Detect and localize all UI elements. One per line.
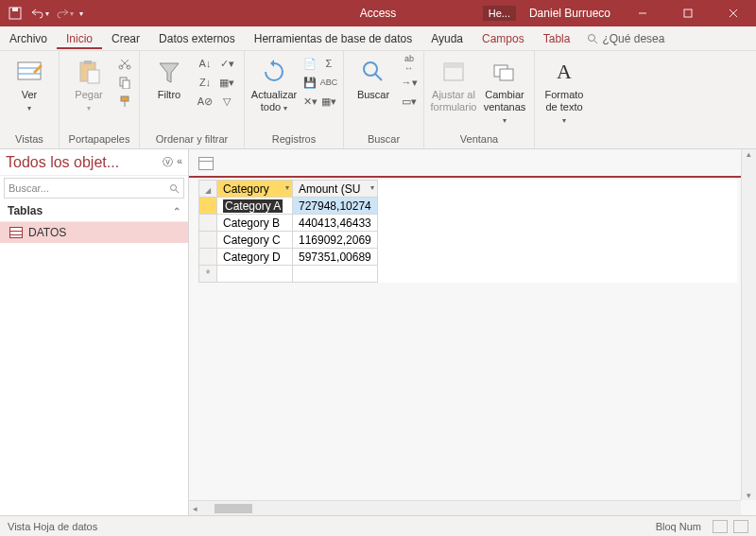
search-icon bbox=[169, 183, 180, 194]
accent-divider bbox=[189, 176, 741, 178]
svg-rect-13 bbox=[88, 70, 99, 83]
new-row-marker[interactable]: * bbox=[199, 266, 217, 283]
cell-amount[interactable]: 440413,46433 bbox=[293, 215, 378, 232]
group-label-views: Vistas bbox=[6, 131, 53, 147]
totals-icon[interactable]: Σ bbox=[320, 55, 337, 72]
title-bar: ▾ ▾ ▾ Access He... Daniel Burrueco bbox=[0, 0, 756, 26]
status-bar: Vista Hoja de datos Bloq Num bbox=[0, 515, 756, 536]
toggle-filter-icon[interactable]: ▽ bbox=[215, 93, 238, 110]
replace-icon[interactable]: ab↔ bbox=[401, 55, 418, 72]
select-icon[interactable]: ▭▾ bbox=[401, 93, 418, 110]
redo-icon[interactable]: ▾ bbox=[55, 4, 74, 23]
status-view-label: Vista Hoja de datos bbox=[8, 521, 97, 532]
ribbon-group-textformat: A Formato de texto ▾ bbox=[535, 51, 593, 148]
nav-dropdown-icon[interactable]: ⓥ bbox=[163, 155, 173, 169]
refresh-button[interactable]: Actualizar todo ▾ bbox=[250, 55, 298, 115]
view-button[interactable]: Ver▾ bbox=[6, 55, 53, 115]
horizontal-scrollbar[interactable]: ◂ bbox=[189, 500, 741, 515]
table-icon bbox=[9, 227, 23, 238]
data-table[interactable]: ◢ Category▾ Amount (SU▾ Category A 72794… bbox=[198, 180, 378, 283]
menu-create[interactable]: Crear bbox=[102, 28, 149, 49]
row-selector[interactable] bbox=[199, 215, 217, 232]
advanced-filter-icon[interactable]: ▦▾ bbox=[215, 74, 238, 91]
nav-item-label: DATOS bbox=[28, 226, 66, 239]
new-record-icon[interactable]: 📄 bbox=[301, 55, 318, 72]
menu-dbtools[interactable]: Herramientas de base de datos bbox=[245, 28, 421, 49]
fit-form-button[interactable]: Ajustar al formulario bbox=[430, 55, 477, 115]
undo-icon[interactable]: ▾ bbox=[30, 4, 49, 23]
nav-title[interactable]: Todos los objet... bbox=[6, 154, 163, 171]
datasheet-tab-icon[interactable] bbox=[198, 157, 214, 170]
spelling-icon[interactable]: ABC bbox=[320, 74, 337, 91]
column-header-amount[interactable]: Amount (SU▾ bbox=[293, 181, 378, 198]
tell-me-search[interactable]: ¿Qué desea bbox=[587, 32, 664, 45]
column-header-category[interactable]: Category▾ bbox=[217, 181, 293, 198]
fit-form-icon bbox=[438, 57, 469, 87]
find-button[interactable]: Buscar bbox=[350, 55, 397, 103]
ribbon-group-window: Ajustar al formulario Cambiar ventanas ▾… bbox=[424, 51, 535, 148]
menu-fields[interactable]: Campos bbox=[472, 28, 534, 49]
nav-section-tables[interactable]: Tablas ⌃ bbox=[0, 200, 188, 222]
more-records-icon[interactable]: ▦▾ bbox=[320, 93, 337, 110]
menu-external[interactable]: Datos externos bbox=[149, 28, 245, 49]
cut-icon[interactable] bbox=[116, 55, 133, 72]
cell-category[interactable]: Category D bbox=[217, 249, 293, 266]
paste-icon bbox=[74, 57, 104, 87]
switch-windows-button[interactable]: Cambiar ventanas ▾ bbox=[481, 55, 528, 129]
delete-record-icon[interactable]: ✕▾ bbox=[301, 93, 318, 110]
format-painter-icon[interactable] bbox=[116, 93, 133, 110]
menu-table[interactable]: Tabla bbox=[534, 28, 580, 49]
row-selector-header[interactable]: ◢ bbox=[199, 181, 217, 198]
paste-button[interactable]: Pegar▾ bbox=[65, 55, 112, 115]
row-selector[interactable] bbox=[199, 232, 217, 249]
row-selector[interactable] bbox=[199, 198, 217, 215]
cell-amount[interactable]: 597351,00689 bbox=[293, 249, 378, 266]
find-icon bbox=[358, 57, 388, 87]
cell-amount[interactable]: 1169092,2069 bbox=[293, 232, 378, 249]
row-selector[interactable] bbox=[199, 249, 217, 266]
menu-help[interactable]: Ayuda bbox=[421, 28, 472, 49]
search-icon bbox=[587, 33, 598, 44]
remove-sort-icon[interactable]: A⊘ bbox=[197, 93, 214, 110]
design-view-button[interactable] bbox=[733, 520, 748, 533]
group-label-clipboard: Portapapeles bbox=[65, 131, 133, 147]
minimize-button[interactable] bbox=[624, 0, 662, 26]
user-name[interactable]: Daniel Burrueco bbox=[524, 7, 616, 20]
refresh-icon bbox=[259, 57, 289, 87]
goto-icon[interactable]: →▾ bbox=[401, 74, 418, 91]
navigation-pane: Todos los objet... ⓥ « Buscar... Tablas … bbox=[0, 149, 189, 515]
text-format-button[interactable]: A Formato de texto ▾ bbox=[541, 55, 588, 129]
svg-rect-12 bbox=[84, 61, 92, 64]
content-area: ◢ Category▾ Amount (SU▾ Category A 72794… bbox=[189, 149, 756, 515]
save-record-icon[interactable]: 💾 bbox=[301, 74, 318, 91]
nav-search-input[interactable]: Buscar... bbox=[4, 178, 184, 199]
datasheet-view-button[interactable] bbox=[713, 520, 728, 533]
sort-desc-icon[interactable]: Z↓ bbox=[197, 74, 214, 91]
svg-rect-3 bbox=[684, 9, 692, 17]
selection-filter-icon[interactable]: ✓▾ bbox=[215, 55, 238, 72]
svg-line-27 bbox=[176, 190, 179, 193]
menu-file[interactable]: Archivo bbox=[0, 28, 57, 49]
filter-button[interactable]: Filtro bbox=[146, 55, 193, 103]
cell-category[interactable]: Category A bbox=[217, 198, 293, 215]
cell-category[interactable]: Category B bbox=[217, 215, 293, 232]
nav-collapse-icon[interactable]: « bbox=[177, 155, 182, 169]
group-label-records: Registros bbox=[250, 131, 337, 147]
cell-amount[interactable]: 727948,10274 bbox=[293, 198, 378, 215]
cell-category[interactable]: Category C bbox=[217, 232, 293, 249]
nav-item-datos[interactable]: DATOS bbox=[0, 222, 188, 243]
close-button[interactable] bbox=[714, 0, 752, 26]
title-badge[interactable]: He... bbox=[483, 6, 516, 21]
copy-icon[interactable] bbox=[116, 74, 133, 91]
cell-empty[interactable] bbox=[217, 266, 293, 283]
sort-asc-icon[interactable]: A↓ bbox=[197, 55, 214, 72]
vertical-scrollbar[interactable]: ▴▾ bbox=[741, 149, 756, 500]
maximize-button[interactable] bbox=[669, 0, 707, 26]
save-icon[interactable] bbox=[6, 4, 25, 23]
menu-home[interactable]: Inicio bbox=[57, 28, 102, 49]
svg-point-26 bbox=[171, 184, 177, 190]
status-numlock: Bloq Num bbox=[656, 521, 701, 532]
cell-empty[interactable] bbox=[293, 266, 378, 283]
svg-point-20 bbox=[364, 62, 377, 76]
collapse-section-icon[interactable]: ⌃ bbox=[173, 206, 180, 216]
